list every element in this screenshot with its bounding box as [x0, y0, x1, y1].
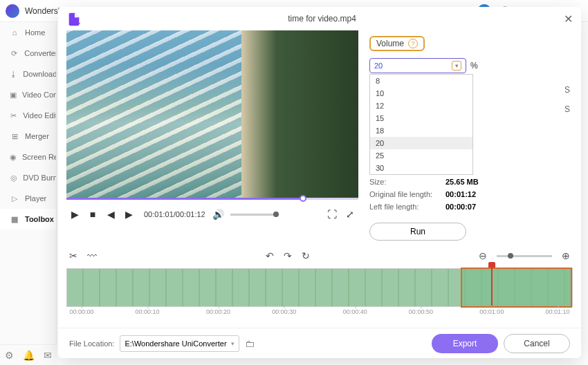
home-icon: ⌂: [10, 28, 19, 37]
speed-modal: + time for video.mp4 ✕ ▶ ■ ◀ ▶ 00:01:01/…: [58, 7, 581, 358]
sidebar-item-compressor[interactable]: ▣Video Compressor: [0, 84, 56, 105]
export-button[interactable]: Export: [432, 334, 498, 353]
playhead[interactable]: [491, 265, 493, 306]
cut-icon[interactable]: ✂: [69, 250, 77, 261]
notification-icon[interactable]: 🔔: [23, 350, 35, 361]
settings-icon[interactable]: ⚙: [5, 350, 14, 361]
file-location-label: File Location:: [69, 339, 114, 348]
undo-icon[interactable]: ↶: [266, 250, 274, 261]
volume-option[interactable]: 20: [370, 137, 472, 149]
snapshot-icon[interactable]: ⛶: [327, 209, 338, 220]
playback-time: 00:01:01/00:01:12: [144, 210, 205, 218]
modal-title: time for video.mp4: [80, 14, 564, 24]
zoom-slider[interactable]: [497, 255, 552, 257]
compress-icon: ▣: [10, 90, 17, 100]
delete-icon[interactable]: 〰: [87, 250, 97, 261]
timeline-toolbar: ✂ 〰 ↶ ↷ ↻ ⊖ ⊕: [58, 246, 581, 265]
help-icon[interactable]: ?: [408, 39, 418, 48]
sidebar-item-player[interactable]: ▷Player: [0, 188, 56, 209]
hidden-unit-column: S S: [564, 80, 570, 119]
volume-option[interactable]: 25: [370, 149, 472, 162]
volume-icon[interactable]: 🔊: [212, 209, 223, 220]
svg-text:+: +: [76, 19, 80, 27]
zoom-out-icon[interactable]: ⊖: [479, 250, 487, 261]
volume-label: Volume ?: [369, 36, 425, 51]
sidebar: ⌂Home ⟳Converter ⭳Downloader ▣Video Comp…: [0, 22, 57, 344]
modal-close-button[interactable]: ✕: [564, 12, 573, 26]
sidebar-item-toolbox[interactable]: ▦Toolbox: [0, 209, 56, 230]
converter-icon: ⟳: [10, 48, 19, 58]
volume-dropdown: 8 10 12 15 18 20 25 30: [369, 74, 473, 175]
volume-option[interactable]: 15: [370, 112, 472, 124]
volume-option[interactable]: 30: [370, 162, 472, 174]
addfile-icon[interactable]: +: [66, 12, 80, 26]
sidebar-item-dvd[interactable]: ◎DVD Burner: [0, 167, 56, 188]
open-folder-icon[interactable]: 🗀: [245, 338, 255, 349]
app-logo: [6, 4, 19, 18]
chevron-down-icon: ▾: [231, 340, 235, 347]
sidebar-item-merger[interactable]: ⊞Merger: [0, 126, 56, 147]
modal-header: + time for video.mp4 ✕: [58, 7, 581, 30]
sidebar-item-editor[interactable]: ✂Video Editor: [0, 105, 56, 126]
file-location-select[interactable]: E:\Wondershare UniConverter ▾: [120, 335, 239, 352]
bottom-bar: File Location: E:\Wondershare UniConvert…: [58, 328, 581, 358]
timeline-ruler: 00:00:00 00:00:10 00:00:20 00:00:30 00:0…: [66, 307, 573, 325]
volume-option[interactable]: 10: [370, 87, 472, 100]
stop-button[interactable]: ■: [87, 209, 98, 220]
merge-icon: ⊞: [10, 131, 19, 141]
fullscreen-icon[interactable]: ⤢: [344, 209, 356, 220]
play-button[interactable]: ▶: [69, 209, 80, 220]
prev-frame-button[interactable]: ◀: [105, 209, 116, 220]
timeline-selection[interactable]: [461, 268, 572, 308]
sidebar-item-downloader[interactable]: ⭳Downloader: [0, 64, 56, 84]
scissors-icon: ✂: [10, 111, 17, 120]
video-controls: ▶ ■ ◀ ▶ 00:01:01/00:01:12 🔊 ⛶ ⤢: [66, 204, 358, 225]
toolbox-icon: ▦: [10, 214, 19, 224]
sidebar-item-converter[interactable]: ⟳Converter: [0, 43, 56, 64]
volume-option[interactable]: 12: [370, 100, 472, 112]
volume-option[interactable]: 18: [370, 124, 472, 137]
volume-slider[interactable]: [230, 214, 279, 216]
next-frame-button[interactable]: ▶: [123, 209, 134, 220]
zoom-in-icon[interactable]: ⊕: [562, 250, 570, 261]
feedback-icon[interactable]: ✉: [44, 350, 52, 361]
sidebar-footer: ⚙ 🔔 ✉: [0, 344, 57, 365]
reset-icon[interactable]: ↻: [302, 250, 310, 261]
video-preview[interactable]: [66, 30, 358, 199]
play-icon: ▷: [10, 194, 19, 203]
cancel-button[interactable]: Cancel: [504, 334, 570, 353]
seek-slider[interactable]: [66, 197, 358, 201]
chevron-down-icon[interactable]: ▾: [452, 61, 461, 71]
volume-option[interactable]: 8: [370, 75, 472, 87]
dvd-icon: ◎: [10, 173, 17, 182]
redo-icon[interactable]: ↷: [284, 250, 292, 261]
record-icon: ◉: [10, 152, 17, 162]
volume-combobox[interactable]: 20 ▾: [369, 58, 466, 73]
download-icon: ⭳: [10, 69, 17, 79]
timeline-track[interactable]: [66, 268, 573, 307]
sidebar-item-home[interactable]: ⌂Home: [0, 22, 56, 43]
run-button[interactable]: Run: [369, 223, 466, 241]
sidebar-item-recorder[interactable]: ◉Screen Recorder: [0, 147, 56, 167]
percent-unit: %: [470, 61, 478, 71]
